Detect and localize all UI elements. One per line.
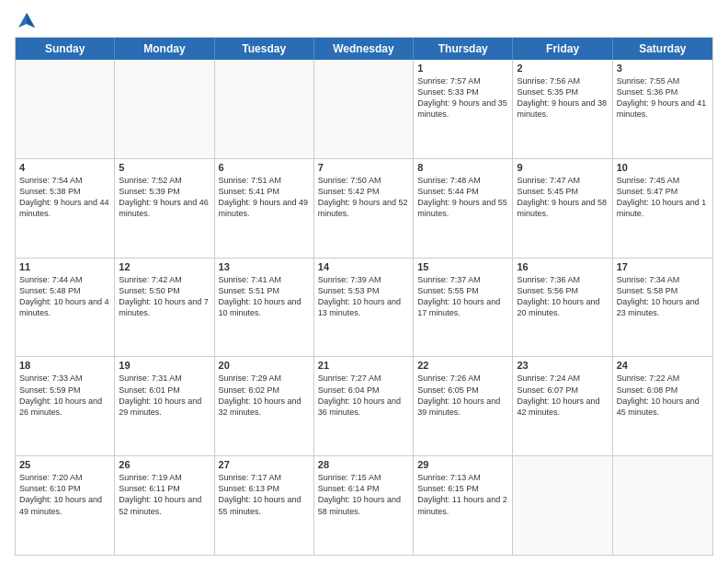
- day-number: 6: [219, 162, 310, 173]
- day-number: 16: [517, 261, 608, 272]
- calendar-cell-4-5: [513, 456, 612, 555]
- calendar-cell-4-2: 27Sunrise: 7:17 AMSunset: 6:13 PMDayligh…: [215, 456, 314, 555]
- day-number: 5: [119, 162, 210, 173]
- cell-info: Sunrise: 7:39 AMSunset: 5:53 PMDaylight:…: [318, 274, 409, 319]
- calendar-cell-4-6: [613, 456, 712, 555]
- calendar-cell-2-6: 17Sunrise: 7:34 AMSunset: 5:58 PMDayligh…: [613, 259, 712, 357]
- calendar-row-2: 11Sunrise: 7:44 AMSunset: 5:48 PMDayligh…: [16, 258, 712, 357]
- calendar-cell-1-6: 10Sunrise: 7:45 AMSunset: 5:47 PMDayligh…: [613, 159, 712, 258]
- cell-info: Sunrise: 7:24 AMSunset: 6:07 PMDaylight:…: [517, 373, 608, 418]
- day-number: 24: [617, 360, 709, 371]
- calendar-cell-4-3: 28Sunrise: 7:15 AMSunset: 6:14 PMDayligh…: [314, 456, 414, 555]
- calendar-cell-3-2: 20Sunrise: 7:29 AMSunset: 6:02 PMDayligh…: [215, 357, 314, 455]
- cell-info: Sunrise: 7:55 AMSunset: 5:36 PMDaylight:…: [617, 75, 709, 121]
- cell-info: Sunrise: 7:20 AMSunset: 6:10 PMDaylight:…: [19, 472, 110, 517]
- day-number: 1: [417, 63, 508, 74]
- header-day-monday: Monday: [115, 38, 214, 60]
- day-number: 17: [617, 261, 709, 272]
- calendar-cell-0-1: [115, 60, 214, 158]
- calendar-cell-4-1: 26Sunrise: 7:19 AMSunset: 6:11 PMDayligh…: [115, 456, 214, 555]
- calendar-cell-0-4: 1Sunrise: 7:57 AMSunset: 5:33 PMDaylight…: [414, 60, 513, 158]
- cell-info: Sunrise: 7:45 AMSunset: 5:47 PMDaylight:…: [617, 175, 709, 220]
- cell-info: Sunrise: 7:52 AMSunset: 5:39 PMDaylight:…: [119, 175, 210, 220]
- cell-info: Sunrise: 7:13 AMSunset: 6:15 PMDaylight:…: [417, 472, 508, 517]
- day-number: 15: [417, 261, 508, 272]
- header-day-saturday: Saturday: [613, 38, 712, 60]
- day-number: 21: [318, 360, 409, 371]
- calendar-body: 1Sunrise: 7:57 AMSunset: 5:33 PMDaylight…: [16, 60, 712, 555]
- day-number: 13: [219, 261, 310, 272]
- cell-info: Sunrise: 7:15 AMSunset: 6:14 PMDaylight:…: [318, 472, 409, 517]
- calendar-row-1: 4Sunrise: 7:54 AMSunset: 5:38 PMDaylight…: [16, 158, 712, 258]
- day-number: 18: [19, 360, 110, 371]
- calendar-row-4: 25Sunrise: 7:20 AMSunset: 6:10 PMDayligh…: [16, 455, 712, 555]
- day-number: 8: [417, 162, 508, 173]
- logo: [15, 11, 37, 31]
- calendar-cell-2-2: 13Sunrise: 7:41 AMSunset: 5:51 PMDayligh…: [215, 259, 314, 357]
- calendar-cell-3-1: 19Sunrise: 7:31 AMSunset: 6:01 PMDayligh…: [115, 357, 214, 455]
- logo-icon: [17, 11, 37, 31]
- cell-info: Sunrise: 7:29 AMSunset: 6:02 PMDaylight:…: [219, 373, 310, 418]
- day-number: 9: [517, 162, 608, 173]
- calendar-cell-2-3: 14Sunrise: 7:39 AMSunset: 5:53 PMDayligh…: [314, 259, 414, 357]
- calendar-row-0: 1Sunrise: 7:57 AMSunset: 5:33 PMDaylight…: [16, 60, 712, 158]
- day-number: 3: [617, 63, 709, 74]
- cell-info: Sunrise: 7:41 AMSunset: 5:51 PMDaylight:…: [219, 274, 310, 319]
- cell-info: Sunrise: 7:47 AMSunset: 5:45 PMDaylight:…: [517, 175, 608, 220]
- day-number: 22: [417, 360, 508, 371]
- calendar-cell-3-0: 18Sunrise: 7:33 AMSunset: 5:59 PMDayligh…: [16, 357, 115, 455]
- calendar-row-3: 18Sunrise: 7:33 AMSunset: 5:59 PMDayligh…: [16, 356, 712, 455]
- calendar-cell-0-6: 3Sunrise: 7:55 AMSunset: 5:36 PMDaylight…: [613, 60, 712, 158]
- day-number: 29: [417, 459, 508, 470]
- day-number: 10: [617, 162, 709, 173]
- header-day-sunday: Sunday: [16, 38, 115, 60]
- cell-info: Sunrise: 7:22 AMSunset: 6:08 PMDaylight:…: [617, 373, 709, 418]
- calendar-cell-0-0: [16, 60, 115, 158]
- calendar-cell-1-3: 7Sunrise: 7:50 AMSunset: 5:42 PMDaylight…: [314, 159, 414, 258]
- day-number: 12: [119, 261, 210, 272]
- day-number: 25: [19, 459, 110, 470]
- cell-info: Sunrise: 7:19 AMSunset: 6:11 PMDaylight:…: [119, 472, 210, 517]
- calendar-cell-4-0: 25Sunrise: 7:20 AMSunset: 6:10 PMDayligh…: [16, 456, 115, 555]
- cell-info: Sunrise: 7:44 AMSunset: 5:48 PMDaylight:…: [19, 274, 110, 319]
- day-number: 11: [19, 261, 110, 272]
- cell-info: Sunrise: 7:33 AMSunset: 5:59 PMDaylight:…: [19, 373, 110, 418]
- header-day-wednesday: Wednesday: [314, 38, 414, 60]
- calendar-cell-2-4: 15Sunrise: 7:37 AMSunset: 5:55 PMDayligh…: [414, 259, 513, 357]
- cell-info: Sunrise: 7:51 AMSunset: 5:41 PMDaylight:…: [219, 175, 310, 220]
- calendar-header: SundayMondayTuesdayWednesdayThursdayFrid…: [16, 38, 712, 60]
- cell-info: Sunrise: 7:48 AMSunset: 5:44 PMDaylight:…: [417, 175, 508, 220]
- calendar-cell-2-1: 12Sunrise: 7:42 AMSunset: 5:50 PMDayligh…: [115, 259, 214, 357]
- header-day-tuesday: Tuesday: [215, 38, 314, 60]
- day-number: 2: [517, 63, 608, 74]
- calendar-cell-4-4: 29Sunrise: 7:13 AMSunset: 6:15 PMDayligh…: [414, 456, 513, 555]
- cell-info: Sunrise: 7:17 AMSunset: 6:13 PMDaylight:…: [219, 472, 310, 517]
- header: [15, 11, 713, 31]
- calendar-cell-0-2: [215, 60, 314, 158]
- day-number: 26: [119, 459, 210, 470]
- cell-info: Sunrise: 7:26 AMSunset: 6:05 PMDaylight:…: [417, 373, 508, 418]
- day-number: 14: [318, 261, 409, 272]
- cell-info: Sunrise: 7:37 AMSunset: 5:55 PMDaylight:…: [417, 274, 508, 319]
- cell-info: Sunrise: 7:34 AMSunset: 5:58 PMDaylight:…: [617, 274, 709, 319]
- cell-info: Sunrise: 7:42 AMSunset: 5:50 PMDaylight:…: [119, 274, 210, 319]
- header-day-friday: Friday: [513, 38, 612, 60]
- calendar-cell-3-6: 24Sunrise: 7:22 AMSunset: 6:08 PMDayligh…: [613, 357, 712, 455]
- cell-info: Sunrise: 7:56 AMSunset: 5:35 PMDaylight:…: [517, 75, 608, 121]
- cell-info: Sunrise: 7:57 AMSunset: 5:33 PMDaylight:…: [417, 75, 508, 121]
- day-number: 27: [219, 459, 310, 470]
- cell-info: Sunrise: 7:50 AMSunset: 5:42 PMDaylight:…: [318, 175, 409, 220]
- calendar-cell-2-0: 11Sunrise: 7:44 AMSunset: 5:48 PMDayligh…: [16, 259, 115, 357]
- calendar-cell-3-4: 22Sunrise: 7:26 AMSunset: 6:05 PMDayligh…: [414, 357, 513, 455]
- day-number: 4: [19, 162, 110, 173]
- day-number: 19: [119, 360, 210, 371]
- day-number: 7: [318, 162, 409, 173]
- calendar-cell-1-2: 6Sunrise: 7:51 AMSunset: 5:41 PMDaylight…: [215, 159, 314, 258]
- cell-info: Sunrise: 7:27 AMSunset: 6:04 PMDaylight:…: [318, 373, 409, 418]
- calendar-cell-3-5: 23Sunrise: 7:24 AMSunset: 6:07 PMDayligh…: [513, 357, 612, 455]
- calendar-cell-0-3: [314, 60, 414, 158]
- cell-info: Sunrise: 7:31 AMSunset: 6:01 PMDaylight:…: [119, 373, 210, 418]
- day-number: 23: [517, 360, 608, 371]
- calendar: SundayMondayTuesdayWednesdayThursdayFrid…: [15, 37, 713, 556]
- day-number: 28: [318, 459, 409, 470]
